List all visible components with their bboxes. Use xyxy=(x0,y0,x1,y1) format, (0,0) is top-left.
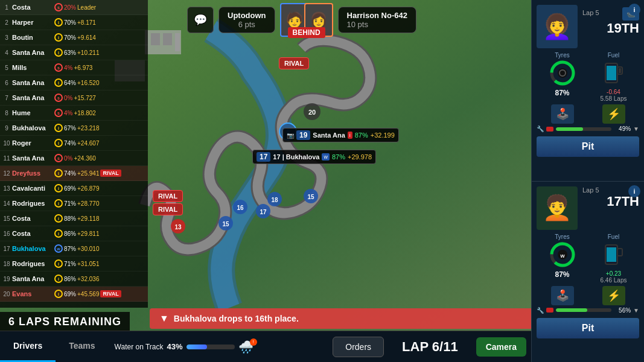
pct-14: 71% xyxy=(64,200,76,207)
driver-row-11: 11 Santa Ana s 0% +24.360 xyxy=(0,151,148,166)
tyre-14: i xyxy=(54,199,63,208)
driver-row-4: 4 Santa Ana i 63% +10.211 xyxy=(0,45,148,60)
name-19: Santa Ana xyxy=(12,275,53,282)
card1-chevron[interactable]: ▼ xyxy=(633,125,639,132)
card2-avatar: 🧑‍🦱 xyxy=(537,186,578,230)
driver-row-3: 3 Boutin i 70% +9.614 xyxy=(0,30,148,45)
gap-8: +18.802 xyxy=(74,110,95,116)
water-bar xyxy=(187,345,235,349)
rival-badge-top: RIVAL xyxy=(279,57,309,69)
pos-20: 20 xyxy=(1,291,12,297)
chat-button[interactable]: 💬 xyxy=(187,7,214,33)
card2-damage-bar xyxy=(556,308,611,312)
card2-chevron[interactable]: ▼ xyxy=(633,307,639,314)
svg-text:17: 17 xyxy=(260,209,267,215)
santaana-map-label: 📷 19 Santa Ana i 87% +32.199 xyxy=(282,128,399,142)
name-1: Costa xyxy=(12,4,53,11)
pct-7: 0% xyxy=(64,95,72,101)
water-fill xyxy=(187,345,207,349)
driver-row-13: 13 Cavalcanti i 69% +26.879 xyxy=(0,181,148,196)
card1-boost-icon: ⚡ xyxy=(602,104,625,124)
tab-drivers[interactable]: Drivers xyxy=(0,331,56,362)
card2-pit-button[interactable]: Pit xyxy=(537,318,639,338)
bukhalova-map-gap: +29.978 xyxy=(348,153,372,160)
rival-badge-12: RIVAL xyxy=(100,170,121,177)
card2-stats: Tyres w 87% Fuel +0.23 6.46 Lap xyxy=(537,233,639,284)
tyre-3: i xyxy=(54,33,63,42)
driver-row-12: 12 Dreyfuss i 74% +25.941 RIVAL xyxy=(0,166,148,181)
driver-row-19: 19 Santa Ana i 86% +32.036 xyxy=(0,272,148,287)
card2-speed-row: 🕹️ ⚡ xyxy=(537,286,639,305)
rival-badge-bot: RIVAL xyxy=(153,203,183,215)
card1-fuel-block: Fuel -0.64 5.58 Laps xyxy=(601,52,627,102)
tyre-12: i xyxy=(54,169,63,177)
rival-badge-mid: RIVAL xyxy=(153,190,183,202)
card1-damage-pct: 49% xyxy=(614,125,631,132)
tyre-13: i xyxy=(54,184,63,192)
driver-row-10: 10 Roger i 74% +24.607 xyxy=(0,136,148,151)
svg-rect-39 xyxy=(617,249,622,256)
camera-button[interactable]: Camera xyxy=(476,337,526,357)
tyre-11: s xyxy=(54,154,63,162)
card1-pit-button[interactable]: Pit xyxy=(537,136,639,157)
gap-19: +32.036 xyxy=(77,276,99,282)
gap-5: +6.973 xyxy=(74,65,92,71)
driver-row-2: 2 Harper i 70% +8.171 xyxy=(0,15,148,30)
tab-teams[interactable]: Teams xyxy=(56,331,108,362)
svg-rect-38 xyxy=(607,247,616,262)
uptodown-panel: Uptodown 6 pts xyxy=(218,7,275,33)
bukhalova-map-pct: 87% xyxy=(332,153,345,160)
card1-damage-bar xyxy=(556,127,611,131)
driver-row-17: 17 Bukhalova w 87% +30.010 xyxy=(0,241,148,256)
santaana-camera-icon: 📷 xyxy=(287,132,294,139)
bukhalova-pos: 17 xyxy=(257,152,270,162)
svg-text:20: 20 xyxy=(308,109,316,116)
center-panel: 💬 Uptodown 6 pts 🧑 👩 BEHIND Harrison No-… xyxy=(187,3,416,37)
card1-stats: Tyres 87% Fuel -0.64 xyxy=(537,52,639,102)
tyre-2: i xyxy=(54,18,63,27)
card2-fuel-laps: 6.46 Laps xyxy=(601,277,627,284)
pct-12: 74% xyxy=(64,170,76,177)
pct-1: 20% xyxy=(64,4,76,11)
pct-19: 86% xyxy=(64,276,76,282)
right-panel: 👩‍🦱 Lap 5 📹 19TH i Tyres 87% xyxy=(531,0,644,362)
svg-rect-3 xyxy=(151,33,160,45)
rival-badge-20: RIVAL xyxy=(100,290,121,297)
svg-text:16: 16 xyxy=(237,205,244,211)
name-12: Dreyfuss xyxy=(12,170,53,177)
svg-text:w: w xyxy=(560,253,565,259)
pos-6: 6 xyxy=(1,80,12,86)
card2-fuel-label: Fuel xyxy=(601,233,627,240)
pos-10: 10 xyxy=(1,140,12,147)
gap-2: +8.171 xyxy=(77,19,96,26)
bukhalova-tyre-badge: w xyxy=(322,153,330,160)
pct-20: 69% xyxy=(64,291,76,297)
driver-list: 1 Costa s 20% Leader 2 Harper i 70% +8.1… xyxy=(0,0,148,308)
card1-fuel-delta: -0.64 xyxy=(601,89,627,95)
water-track-section: Water on Track 43% 🌧️ ! xyxy=(115,340,261,354)
card1-info-btn[interactable]: i xyxy=(628,4,640,16)
gap-12: +25.941 xyxy=(77,170,99,177)
card2-speed-icon: 🕹️ xyxy=(551,286,574,305)
pos-11: 11 xyxy=(1,155,12,162)
gap-16: +29.811 xyxy=(77,230,99,237)
pct-11: 0% xyxy=(64,155,72,162)
svg-rect-31 xyxy=(619,68,621,73)
name-16: Costa xyxy=(12,230,53,237)
pos-13: 13 xyxy=(1,185,12,192)
name-18: Rodrigues xyxy=(12,260,53,267)
pct-18: 71% xyxy=(64,261,76,267)
driver-row-6: 6 Santa Ana i 64% +16.520 xyxy=(0,75,148,91)
tyre-5: s xyxy=(54,63,63,72)
pos-15: 15 xyxy=(1,215,12,222)
harrison-name: Harrison No-642 xyxy=(347,11,407,20)
card2-header: 🧑‍🦱 Lap 5 17TH xyxy=(537,186,639,230)
card1-tyre-pct: 87% xyxy=(549,89,576,97)
driver-row-5: 5 Mills s 4% +6.973 xyxy=(0,60,148,75)
tyre-19: i xyxy=(54,275,63,283)
card2-damage-row: 🔧 56% ▼ xyxy=(537,307,639,314)
card2-info-btn[interactable]: i xyxy=(628,185,640,197)
pct-9: 67% xyxy=(64,125,76,132)
orders-button[interactable]: Orders xyxy=(333,337,384,357)
tyre-4: i xyxy=(54,48,63,57)
